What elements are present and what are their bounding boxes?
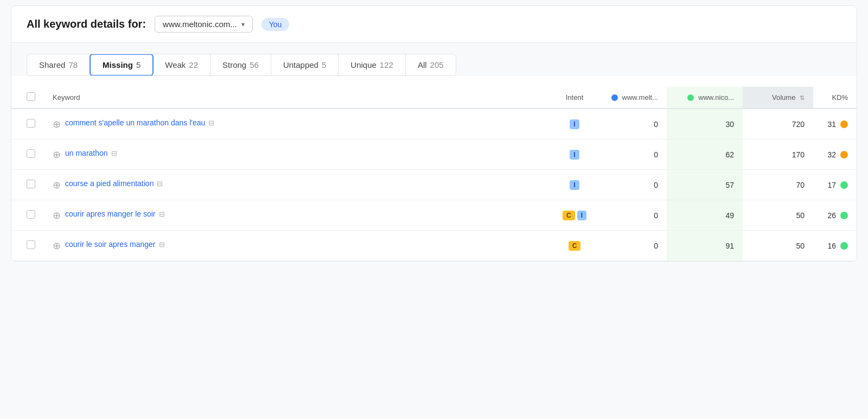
page-title: All keyword details for: [27,18,146,30]
kd-value: 32 [827,150,836,159]
intent-cell: C [547,231,602,261]
intent-badge-c: C [569,241,581,251]
add-keyword-icon[interactable]: ⊕ [53,179,61,191]
kd-value: 17 [827,181,836,189]
add-keyword-icon[interactable]: ⊕ [53,118,61,130]
tab-count: 5 [322,60,326,69]
th-melt: www.melt... [602,87,667,109]
th-volume: Volume ⇅ [743,87,813,109]
page-wrapper: All keyword details for: www.meltonic.co… [11,5,857,262]
keyword-link[interactable]: courir apres manger le soir [65,209,156,220]
keyword-link[interactable]: comment s'apelle un marathon dans l'eau [65,118,205,129]
tab-all[interactable]: All 205 [406,54,456,75]
kd-dot [840,242,848,250]
tab-label: Unique [350,60,376,69]
nico-value-cell: 91 [667,231,743,261]
row-checkbox[interactable] [27,180,35,188]
kd-cell: 31 [813,109,857,139]
intent-badge-i: I [570,180,579,190]
table-section: Keyword Intent www.melt... www.nico... [11,76,857,261]
tab-strong[interactable]: Strong 56 [210,54,271,75]
th-checkbox [11,87,44,109]
th-kd: KD% [813,87,857,109]
th-nico: www.nico... [667,87,743,109]
th-intent: Intent [547,87,602,109]
kd-value: 26 [827,211,836,220]
keywords-table: Keyword Intent www.melt... www.nico... [11,87,857,261]
table-row: ⊕ courir le soir apres manger ⊟ C0915016 [11,231,857,261]
add-keyword-icon[interactable]: ⊕ [53,210,61,221]
kd-value: 31 [827,120,836,129]
row-checkbox[interactable] [27,149,35,158]
melt-domain-dot [611,94,618,101]
keyword-link[interactable]: courir le soir apres manger [65,239,156,250]
row-checkbox[interactable] [27,119,35,128]
row-checkbox-cell [11,170,44,200]
row-checkbox[interactable] [27,240,35,249]
nico-value-cell: 30 [667,109,743,139]
melt-value-cell: 0 [602,139,667,170]
intent-badge-i: I [577,211,586,220]
kd-cell: 32 [813,139,857,170]
tab-weak[interactable]: Weak 22 [153,54,210,75]
chevron-down-icon: ▾ [241,21,245,28]
table-row: ⊕ courir apres manger le soir ⊟ CI049502… [11,200,857,231]
table-serp-icon: ⊟ [159,210,165,218]
row-checkbox[interactable] [27,210,35,219]
kd-cell: 17 [813,170,857,200]
tab-label: Untapped [283,60,318,69]
tab-label: Weak [165,60,186,69]
tab-missing[interactable]: Missing 5 [90,54,154,76]
tab-count: 205 [430,60,444,69]
header: All keyword details for: www.meltonic.co… [11,6,857,43]
keyword-cell: ⊕ un marathon ⊟ [44,139,547,170]
kd-dot [840,120,848,128]
intent-badge-i: I [570,119,579,129]
intent-cell: I [547,139,602,170]
table-serp-icon: ⊟ [157,180,163,188]
kd-cell: 16 [813,231,857,261]
nico-domain-label: www.nico... [698,93,734,101]
tab-label: Shared [39,60,65,69]
tab-label: Strong [222,60,246,69]
melt-value-cell: 0 [602,200,667,231]
row-checkbox-cell [11,231,44,261]
row-checkbox-cell [11,109,44,139]
volume-cell: 50 [743,200,813,231]
tab-shared[interactable]: Shared 78 [27,54,90,75]
tabs-section: Shared 78Missing 5Weak 22Strong 56Untapp… [11,43,857,76]
add-keyword-icon[interactable]: ⊕ [53,240,61,252]
keyword-cell: ⊕ courir le soir apres manger ⊟ [44,231,547,261]
tab-count: 122 [380,60,393,69]
keyword-link[interactable]: course a pied alimentation [65,179,154,189]
volume-cell: 720 [743,109,813,139]
tab-count: 5 [136,60,141,69]
melt-value-cell: 0 [602,231,667,261]
tab-label: All [418,60,427,69]
keyword-link[interactable]: un marathon [65,148,108,159]
tab-count: 22 [189,60,198,69]
keyword-cell: ⊕ comment s'apelle un marathon dans l'ea… [44,109,547,139]
table-serp-icon: ⊟ [159,240,165,249]
intent-badge-i: I [570,150,579,160]
header-checkbox[interactable] [27,92,35,101]
table-row: ⊕ course a pied alimentation ⊟ I0577017 [11,170,857,200]
volume-cell: 70 [743,170,813,200]
nico-value-cell: 49 [667,200,743,231]
volume-cell: 50 [743,231,813,261]
intent-badge-c: C [563,211,575,220]
table-serp-icon: ⊟ [208,119,214,127]
volume-cell: 170 [743,139,813,170]
melt-value-cell: 0 [602,109,667,139]
tab-unique[interactable]: Unique 122 [339,54,406,75]
domain-dropdown[interactable]: www.meltonic.com... ▾ [155,16,253,33]
table-row: ⊕ comment s'apelle un marathon dans l'ea… [11,109,857,139]
intent-cell: CI [547,200,602,231]
nico-domain-dot [687,94,694,101]
tab-label: Missing [103,60,133,69]
kd-value: 16 [827,242,836,250]
melt-domain-label: www.melt... [622,93,658,101]
sort-icon[interactable]: ⇅ [800,94,805,101]
tab-untapped[interactable]: Untapped 5 [271,54,339,75]
add-keyword-icon[interactable]: ⊕ [53,149,61,161]
